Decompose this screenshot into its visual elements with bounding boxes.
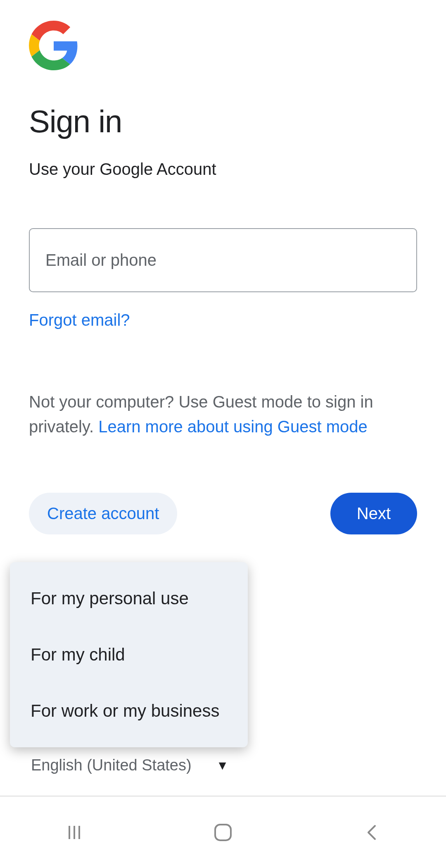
svg-rect-0 xyxy=(69,826,70,839)
back-icon[interactable] xyxy=(359,820,384,845)
language-label: English (United States) xyxy=(31,756,192,774)
page-subtitle: Use your Google Account xyxy=(29,160,417,179)
dropdown-item-business[interactable]: For work or my business xyxy=(10,683,248,739)
page-title: Sign in xyxy=(29,103,417,139)
dropdown-item-child[interactable]: For my child xyxy=(10,627,248,683)
guest-mode-text: Not your computer? Use Guest mode to sig… xyxy=(29,389,417,439)
home-icon[interactable] xyxy=(211,820,235,845)
email-phone-input[interactable] xyxy=(29,228,417,292)
create-account-button[interactable]: Create account xyxy=(29,493,177,534)
svg-rect-3 xyxy=(215,825,231,840)
language-selector[interactable]: English (United States) ▼ xyxy=(31,756,228,774)
create-account-dropdown: For my personal use For my child For wor… xyxy=(10,562,248,747)
chevron-down-icon: ▼ xyxy=(216,758,229,773)
svg-rect-2 xyxy=(78,826,80,839)
recents-icon[interactable] xyxy=(62,820,87,845)
dropdown-item-personal[interactable]: For my personal use xyxy=(10,570,248,627)
next-button[interactable]: Next xyxy=(330,493,417,534)
google-logo-icon xyxy=(29,21,78,70)
android-nav-bar xyxy=(0,796,446,868)
forgot-email-link[interactable]: Forgot email? xyxy=(29,311,130,329)
guest-mode-link[interactable]: Learn more about using Guest mode xyxy=(98,417,368,436)
svg-rect-1 xyxy=(74,826,75,839)
